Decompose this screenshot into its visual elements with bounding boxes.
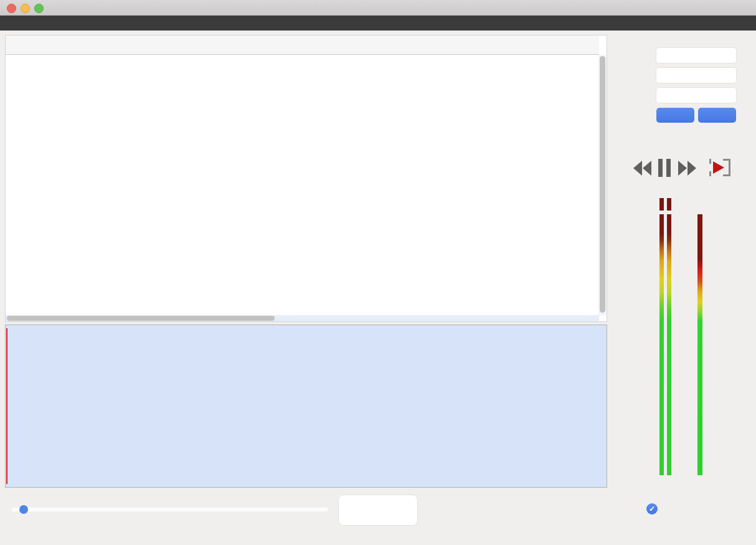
window-titlebar[interactable] <box>0 0 756 16</box>
meter-left-peak-cap <box>659 198 664 211</box>
seek-slider-thumb[interactable] <box>19 505 28 514</box>
meter-mid-bar <box>697 214 702 475</box>
meter-left-bar <box>659 214 664 475</box>
pause-icon <box>658 159 671 177</box>
zoom-window-icon[interactable] <box>34 4 44 13</box>
rewind-icon <box>632 160 652 176</box>
horizontal-scrollbar-thumb[interactable] <box>7 316 275 321</box>
cd-text-button[interactable] <box>656 108 694 123</box>
fast-forward-icon <box>678 160 697 176</box>
fast-forward-button[interactable] <box>678 160 697 179</box>
pause-button[interactable] <box>658 159 671 179</box>
playhead-cursor[interactable] <box>6 328 7 484</box>
play-selection-button[interactable] <box>708 157 732 181</box>
horizontal-scrollbar[interactable] <box>6 315 599 321</box>
seek-slider-track[interactable] <box>11 507 328 512</box>
meter-right-peak-cap <box>667 198 671 211</box>
table-body <box>6 55 599 316</box>
close-window-icon[interactable] <box>7 4 16 13</box>
performer-input[interactable] <box>656 68 736 83</box>
play-selection-icon <box>708 157 732 178</box>
rewind-button[interactable] <box>632 160 652 179</box>
mcn-input[interactable] <box>656 88 736 103</box>
minimize-window-icon[interactable] <box>21 4 30 13</box>
time-display <box>339 495 417 525</box>
meter-right-bar <box>667 214 671 475</box>
title-input[interactable] <box>656 48 736 63</box>
track-table <box>5 35 607 322</box>
vertical-scrollbar[interactable] <box>598 55 607 316</box>
waveform-canvas[interactable] <box>5 325 606 486</box>
menu-bar <box>0 16 756 31</box>
table-header <box>6 36 599 55</box>
app-window: ✓ <box>0 0 756 545</box>
project-button[interactable] <box>698 108 736 123</box>
table-locked-checkbox[interactable]: ✓ <box>646 503 663 514</box>
check-icon: ✓ <box>646 503 658 514</box>
vertical-scrollbar-thumb[interactable] <box>600 56 605 313</box>
